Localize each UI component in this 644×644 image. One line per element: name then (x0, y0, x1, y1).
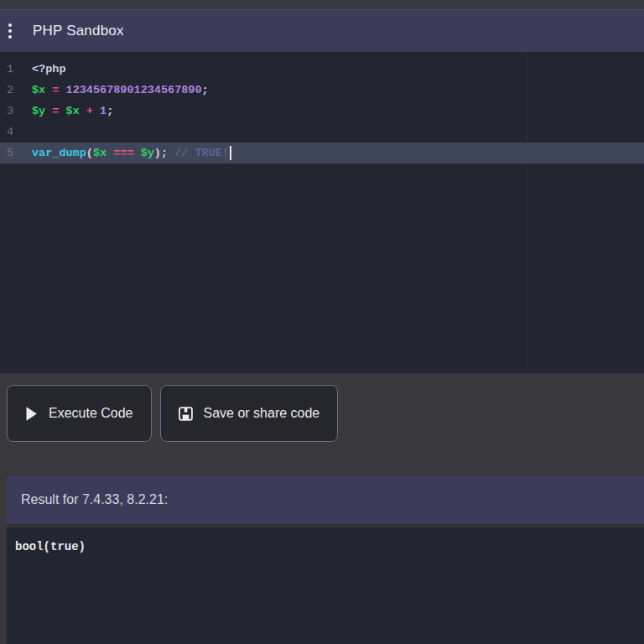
execute-button-label: Execute Code (49, 406, 133, 421)
code-line-1[interactable]: 1<?php (0, 59, 644, 80)
code-line-4[interactable]: 4 (0, 122, 644, 143)
kebab-menu-icon[interactable] (8, 21, 23, 41)
code-line-5[interactable]: 5var_dump($x === $y); // TRUE! (0, 143, 644, 164)
code-text: $x = 12345678901234567890; (32, 84, 209, 96)
page-title: PHP Sandbox (33, 23, 124, 39)
code-line-2[interactable]: 2$x = 12345678901234567890; (0, 80, 644, 101)
save-share-button[interactable]: Save or share code (160, 385, 339, 442)
code-lines: 1<?php2$x = 12345678901234567890;3$y = $… (0, 52, 644, 164)
result-header: Result for 7.4.33, 8.2.21: (7, 475, 644, 526)
line-number: 5 (7, 143, 20, 164)
text-cursor (230, 146, 231, 160)
line-number: 3 (7, 101, 20, 122)
save-share-button-label: Save or share code (204, 406, 320, 421)
code-text: <?php (32, 63, 66, 75)
app-header: PHP Sandbox (0, 9, 644, 52)
code-text: var_dump($x === $y); // TRUE! (32, 147, 231, 159)
toolbar: Execute Code Save or share code (0, 373, 644, 475)
result-output: bool(true) (7, 527, 644, 644)
code-text: $y = $x + 1; (32, 105, 113, 117)
result-panel: Result for 7.4.33, 8.2.21: bool(true) (7, 475, 644, 644)
save-icon (179, 407, 193, 421)
code-editor[interactable]: 1<?php2$x = 12345678901234567890;3$y = $… (0, 52, 644, 373)
code-line-3[interactable]: 3$y = $x + 1; (0, 101, 644, 122)
execute-button[interactable]: Execute Code (7, 385, 152, 442)
line-number: 2 (7, 80, 20, 101)
line-number: 1 (7, 59, 20, 80)
line-number: 4 (7, 122, 20, 143)
play-icon (25, 406, 38, 422)
